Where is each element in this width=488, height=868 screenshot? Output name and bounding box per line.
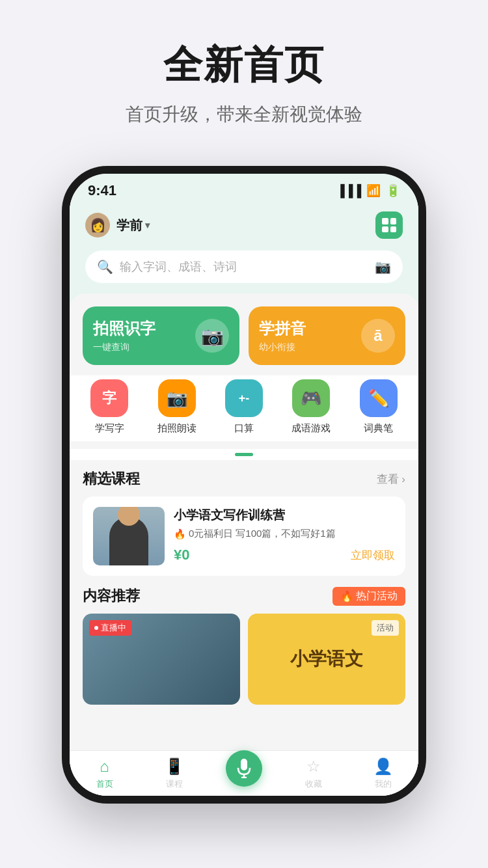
wifi-icon: 📶 — [366, 183, 381, 198]
page-subtitle: 首页升级，带来全新视觉体验 — [126, 102, 362, 127]
feature-sub-photo: 一键查询 — [93, 342, 156, 353]
fire-icon: 🔥 — [174, 528, 186, 540]
live-label: 直播中 — [101, 622, 126, 634]
activity-title: 小学语文 — [290, 647, 363, 671]
course-name: 小学语文写作训练营 — [174, 507, 395, 524]
nav-item-mic[interactable] — [209, 750, 278, 796]
course-info: 小学语文写作训练营 🔥 0元福利日 写100篇，不如写好1篇 ¥0 立即领取 — [174, 507, 395, 563]
course-tag: 🔥 0元福利日 写100篇，不如写好1篇 — [174, 528, 395, 540]
feature-text-pinyin: 学拼音 幼小衔接 — [259, 318, 306, 353]
tool-icon-2: +- — [225, 379, 263, 417]
avatar[interactable]: 👩 — [85, 213, 110, 237]
phone-mockup: 9:41 ▐▐▐ 📶 🔋 👩 学前 ▾ — [62, 166, 426, 804]
nav-label-favorites: 收藏 — [305, 778, 322, 790]
quick-tools: 字 学写字 📷 拍照朗读 +- 口算 🎮 成语游戏 ✏️ 词典笔 — [70, 375, 418, 441]
course-tag-text: 0元福利日 — [189, 528, 233, 540]
home-icon: ⌂ — [100, 757, 109, 776]
top-section: 全新首页 首页升级，带来全新视觉体验 — [0, 0, 488, 146]
course-price: ¥0 — [174, 547, 189, 563]
tool-item-0[interactable]: 字 学写字 — [90, 379, 128, 435]
courses-icon: 📱 — [165, 757, 184, 776]
scroll-area: 拍照识字 一键查询 📷 学拼音 幼小衔接 ā 字 学写字 — [70, 293, 418, 796]
microphone-icon — [237, 759, 251, 778]
tool-label-2: 口算 — [234, 422, 254, 435]
activity-card[interactable]: 活动 小学语文 — [248, 614, 405, 705]
svg-rect-0 — [241, 759, 247, 770]
tool-icon-1: 📷 — [158, 379, 196, 417]
feature-sub-pinyin: 幼小衔接 — [259, 342, 306, 353]
nav-item-profile[interactable]: 👤 我的 — [349, 757, 418, 790]
nav-item-home[interactable]: ⌂ 首页 — [70, 757, 139, 790]
tool-label-4: 词典笔 — [364, 422, 393, 435]
camera-icon[interactable]: 📷 — [375, 259, 391, 275]
app-header: 👩 学前 ▾ — [70, 202, 418, 247]
course-thumbnail — [93, 507, 165, 565]
course-card[interactable]: 小学语文写作训练营 🔥 0元福利日 写100篇，不如写好1篇 ¥0 立即领取 — [83, 496, 405, 576]
feature-title-photo: 拍照识字 — [93, 318, 156, 339]
content-cards-row: 直播中 活动 小学语文 — [83, 614, 405, 705]
status-bar: 9:41 ▐▐▐ 📶 🔋 — [70, 174, 418, 202]
courses-link[interactable]: 查看 › — [377, 472, 405, 487]
nav-label-courses: 课程 — [166, 778, 183, 790]
feature-icon-pinyin: ā — [361, 319, 395, 353]
signal-icon: ▐▐▐ — [336, 184, 361, 198]
nav-label-profile: 我的 — [375, 778, 392, 790]
tool-item-1[interactable]: 📷 拍照朗读 — [157, 379, 197, 435]
course-cta-button[interactable]: 立即领取 — [351, 548, 395, 563]
nav-label-home: 首页 — [96, 778, 113, 790]
activity-badge-text: 活动 — [377, 623, 394, 632]
status-icons: ▐▐▐ 📶 🔋 — [336, 183, 400, 198]
tool-item-3[interactable]: 🎮 成语游戏 — [291, 379, 331, 435]
content-section: 内容推荐 🔥 热门活动 直播中 — [70, 586, 418, 705]
search-icon: 🔍 — [97, 259, 113, 275]
search-placeholder-text: 输入字词、成语、诗词 — [120, 259, 368, 275]
activity-badge: 活动 — [372, 620, 399, 636]
tool-label-1: 拍照朗读 — [157, 422, 197, 435]
feature-card-photo[interactable]: 拍照识字 一键查询 📷 — [83, 306, 239, 365]
grade-label: 学前 — [116, 217, 142, 234]
hot-badge-text: 热门活动 — [356, 590, 398, 603]
battery-icon: 🔋 — [386, 183, 400, 198]
tool-icon-0: 字 — [90, 379, 128, 417]
feature-cards: 拍照识字 一键查询 📷 学拼音 幼小衔接 ā — [70, 293, 418, 375]
content-header: 内容推荐 🔥 热门活动 — [83, 586, 405, 606]
dropdown-arrow-icon: ▾ — [145, 220, 150, 230]
live-card[interactable]: 直播中 — [83, 614, 240, 705]
tool-icon-3: 🎮 — [292, 379, 330, 417]
status-time: 9:41 — [88, 182, 116, 199]
tool-item-4[interactable]: ✏️ 词典笔 — [360, 379, 398, 435]
grade-selector[interactable]: 学前 ▾ — [116, 217, 150, 234]
nav-item-courses[interactable]: 📱 课程 — [139, 757, 209, 790]
content-title: 内容推荐 — [83, 586, 140, 606]
hot-badge: 🔥 热门活动 — [332, 587, 405, 606]
indicator-dot — [235, 453, 253, 456]
mic-button[interactable] — [226, 750, 262, 787]
feature-card-pinyin[interactable]: 学拼音 幼小衔接 ā — [249, 306, 405, 365]
course-footer: ¥0 立即领取 — [174, 547, 395, 563]
courses-section-header: 精选课程 查看 › — [70, 469, 418, 496]
app-content: 👩 学前 ▾ 🔍 输入字词、成语、诗词 📷 — [70, 202, 418, 796]
feature-title-pinyin: 学拼音 — [259, 318, 306, 339]
header-left: 👩 学前 ▾ — [85, 213, 150, 237]
live-badge: 直播中 — [89, 620, 131, 636]
bottom-nav: ⌂ 首页 📱 课程 ☆ 收藏 — [70, 750, 418, 796]
tool-item-2[interactable]: +- 口算 — [225, 379, 263, 435]
nav-item-favorites[interactable]: ☆ 收藏 — [279, 757, 349, 790]
tool-label-3: 成语游戏 — [291, 422, 331, 435]
tools-page-indicator — [70, 449, 418, 460]
course-description: 写100篇，不如写好1篇 — [236, 528, 335, 540]
feature-text-photo: 拍照识字 一键查询 — [93, 318, 156, 353]
tool-icon-4: ✏️ — [360, 379, 398, 417]
search-bar[interactable]: 🔍 输入字词、成语、诗词 📷 — [85, 251, 403, 283]
grid-icon — [382, 218, 396, 232]
profile-icon: 👤 — [373, 757, 393, 776]
feature-icon-photo: 📷 — [195, 319, 229, 353]
flame-icon: 🔥 — [340, 590, 353, 603]
favorites-icon: ☆ — [306, 757, 321, 776]
page-title: 全新首页 — [163, 39, 325, 92]
live-indicator-dot — [94, 626, 98, 630]
courses-section: 精选课程 查看 › 小学语文写作训练营 🔥 — [70, 469, 418, 576]
menu-button[interactable] — [375, 211, 403, 239]
tool-label-0: 学写字 — [95, 422, 124, 435]
courses-title: 精选课程 — [83, 469, 140, 489]
